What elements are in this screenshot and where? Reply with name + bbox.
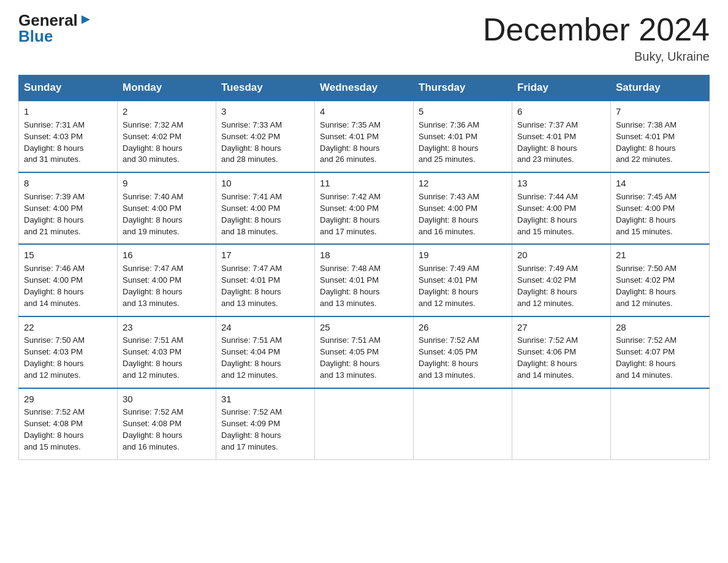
day-number: 17 — [221, 248, 309, 262]
calendar-cell: 1Sunrise: 7:31 AMSunset: 4:03 PMDaylight… — [19, 101, 118, 172]
calendar-cell: 24Sunrise: 7:51 AMSunset: 4:04 PMDayligh… — [216, 316, 315, 388]
day-number: 7 — [616, 105, 704, 118]
th-saturday: Saturday — [611, 75, 710, 101]
calendar-cell — [512, 388, 611, 460]
calendar-cell: 15Sunrise: 7:46 AMSunset: 4:00 PMDayligh… — [19, 244, 118, 316]
day-number: 24 — [221, 321, 309, 334]
th-friday: Friday — [512, 75, 611, 101]
day-number: 26 — [419, 321, 507, 334]
day-number: 27 — [517, 321, 605, 334]
calendar-cell: 23Sunrise: 7:51 AMSunset: 4:03 PMDayligh… — [118, 316, 216, 388]
calendar-cell: 21Sunrise: 7:50 AMSunset: 4:02 PMDayligh… — [611, 244, 710, 316]
week-row-5: 29Sunrise: 7:52 AMSunset: 4:08 PMDayligh… — [19, 388, 710, 460]
logo-blue-text: Blue — [18, 27, 53, 45]
calendar-cell: 6Sunrise: 7:37 AMSunset: 4:01 PMDaylight… — [512, 101, 611, 172]
calendar-cell: 2Sunrise: 7:32 AMSunset: 4:02 PMDaylight… — [118, 101, 216, 172]
calendar-cell: 22Sunrise: 7:50 AMSunset: 4:03 PMDayligh… — [19, 316, 118, 388]
day-number: 9 — [123, 177, 211, 190]
calendar-cell: 29Sunrise: 7:52 AMSunset: 4:08 PMDayligh… — [19, 388, 118, 460]
days-of-week-row: Sunday Monday Tuesday Wednesday Thursday… — [19, 75, 710, 101]
day-number: 25 — [320, 321, 408, 334]
calendar-cell: 26Sunrise: 7:52 AMSunset: 4:05 PMDayligh… — [414, 316, 512, 388]
day-number: 23 — [123, 321, 211, 334]
day-number: 16 — [123, 248, 211, 262]
th-monday: Monday — [118, 75, 216, 101]
calendar-cell — [611, 388, 710, 460]
day-number: 28 — [616, 321, 704, 334]
calendar-cell: 11Sunrise: 7:42 AMSunset: 4:00 PMDayligh… — [315, 172, 414, 244]
calendar-header: Sunday Monday Tuesday Wednesday Thursday… — [19, 75, 710, 101]
day-number: 20 — [517, 248, 605, 262]
calendar-cell: 16Sunrise: 7:47 AMSunset: 4:00 PMDayligh… — [118, 244, 216, 316]
th-sunday: Sunday — [19, 75, 118, 101]
day-number: 4 — [320, 105, 408, 118]
calendar-cell: 18Sunrise: 7:48 AMSunset: 4:01 PMDayligh… — [315, 244, 414, 316]
week-row-3: 15Sunrise: 7:46 AMSunset: 4:00 PMDayligh… — [19, 244, 710, 316]
month-title: December 2024 — [483, 12, 710, 47]
th-thursday: Thursday — [414, 75, 512, 101]
calendar-cell: 13Sunrise: 7:44 AMSunset: 4:00 PMDayligh… — [512, 172, 611, 244]
calendar-table: Sunday Monday Tuesday Wednesday Thursday… — [18, 75, 710, 460]
calendar-cell: 25Sunrise: 7:51 AMSunset: 4:05 PMDayligh… — [315, 316, 414, 388]
calendar-cell: 20Sunrise: 7:49 AMSunset: 4:02 PMDayligh… — [512, 244, 611, 316]
calendar-cell: 17Sunrise: 7:47 AMSunset: 4:01 PMDayligh… — [216, 244, 315, 316]
calendar-cell: 27Sunrise: 7:52 AMSunset: 4:06 PMDayligh… — [512, 316, 611, 388]
day-number: 13 — [517, 177, 605, 190]
day-number: 14 — [616, 177, 704, 190]
day-number: 31 — [221, 393, 309, 406]
calendar-body: 1Sunrise: 7:31 AMSunset: 4:03 PMDaylight… — [19, 101, 710, 459]
calendar-cell: 8Sunrise: 7:39 AMSunset: 4:00 PMDaylight… — [19, 172, 118, 244]
logo-arrow-icon — [79, 13, 93, 26]
day-number: 6 — [517, 105, 605, 118]
week-row-1: 1Sunrise: 7:31 AMSunset: 4:03 PMDaylight… — [19, 101, 710, 172]
calendar-cell — [315, 388, 414, 460]
week-row-2: 8Sunrise: 7:39 AMSunset: 4:00 PMDaylight… — [19, 172, 710, 244]
day-number: 12 — [419, 177, 507, 190]
day-number: 3 — [221, 105, 309, 118]
day-number: 1 — [24, 105, 112, 118]
day-number: 8 — [24, 177, 112, 190]
day-number: 11 — [320, 177, 408, 190]
page-header: General Blue December 2024 Buky, Ukraine — [18, 12, 710, 64]
calendar-cell: 7Sunrise: 7:38 AMSunset: 4:01 PMDaylight… — [611, 101, 710, 172]
day-number: 19 — [419, 248, 507, 262]
calendar-cell: 14Sunrise: 7:45 AMSunset: 4:00 PMDayligh… — [611, 172, 710, 244]
calendar-cell: 4Sunrise: 7:35 AMSunset: 4:01 PMDaylight… — [315, 101, 414, 172]
calendar-cell: 28Sunrise: 7:52 AMSunset: 4:07 PMDayligh… — [611, 316, 710, 388]
calendar-cell — [414, 388, 512, 460]
logo: General Blue — [18, 12, 93, 44]
location: Buky, Ukraine — [483, 50, 710, 64]
day-number: 15 — [24, 248, 112, 262]
week-row-4: 22Sunrise: 7:50 AMSunset: 4:03 PMDayligh… — [19, 316, 710, 388]
logo-general-text: General — [18, 12, 78, 28]
calendar-cell: 19Sunrise: 7:49 AMSunset: 4:01 PMDayligh… — [414, 244, 512, 316]
calendar-cell: 10Sunrise: 7:41 AMSunset: 4:00 PMDayligh… — [216, 172, 315, 244]
day-number: 21 — [616, 248, 704, 262]
th-wednesday: Wednesday — [315, 75, 414, 101]
day-number: 30 — [123, 393, 211, 406]
day-number: 10 — [221, 177, 309, 190]
calendar-cell: 3Sunrise: 7:33 AMSunset: 4:02 PMDaylight… — [216, 101, 315, 172]
svg-marker-0 — [82, 15, 90, 24]
calendar-cell: 30Sunrise: 7:52 AMSunset: 4:08 PMDayligh… — [118, 388, 216, 460]
th-tuesday: Tuesday — [216, 75, 315, 101]
day-number: 18 — [320, 248, 408, 262]
day-number: 29 — [24, 393, 112, 406]
calendar-cell: 9Sunrise: 7:40 AMSunset: 4:00 PMDaylight… — [118, 172, 216, 244]
calendar-cell: 5Sunrise: 7:36 AMSunset: 4:01 PMDaylight… — [414, 101, 512, 172]
calendar-cell: 31Sunrise: 7:52 AMSunset: 4:09 PMDayligh… — [216, 388, 315, 460]
day-number: 2 — [123, 105, 211, 118]
title-area: December 2024 Buky, Ukraine — [483, 12, 710, 64]
calendar-cell: 12Sunrise: 7:43 AMSunset: 4:00 PMDayligh… — [414, 172, 512, 244]
day-number: 5 — [419, 105, 507, 118]
day-number: 22 — [24, 321, 112, 334]
